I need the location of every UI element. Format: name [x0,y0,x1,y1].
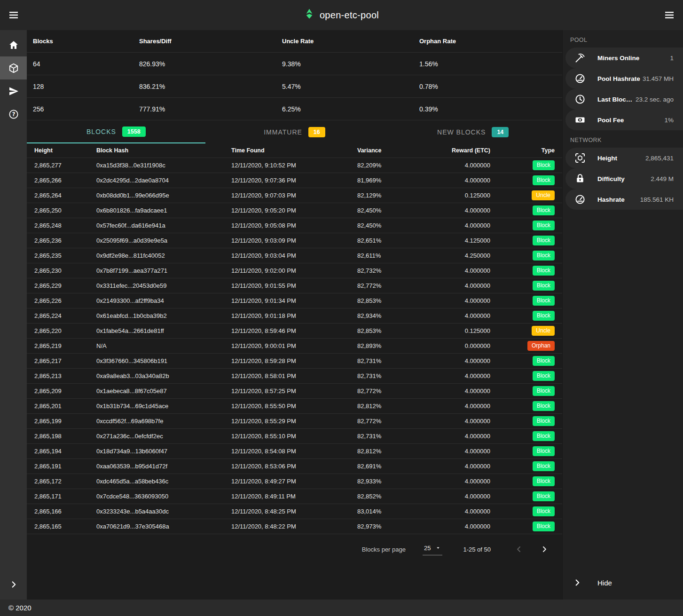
hide-sidebar-button[interactable]: Hide [563,571,683,594]
stats-shares-value: 836.21% [139,83,282,90]
cell-height: 2,865,230 [34,267,96,274]
hide-chevron-icon [572,577,582,588]
cell-variance: 82,934% [357,312,442,319]
menu-hamburger-icon[interactable] [8,9,19,21]
cell-height: 2,865,235 [34,252,96,259]
stats-row: 256 777.91% 6.25% 0.39% [27,98,562,120]
miners-online-label: Miners Online [597,55,668,62]
cell-reward: 4.000000 [442,463,490,470]
cell-block-hash: 0x7b8f7199...aea377a271 [96,267,231,274]
stats-header-uncle-rate: Uncle Rate [282,38,419,45]
table-row: 2,865,198 0x271a236c...0efcfdf2ec 12/11/… [27,429,562,444]
table-row: 2,865,248 0x57fec60f...da616e941a 12/11/… [27,218,562,233]
next-page-chevron-icon[interactable] [538,543,551,556]
cell-block-hash: 0x3233243e...b5a4aa30dc [96,508,231,515]
table-row: 2,865,217 0x3f367660...345806b191 12/11/… [27,354,562,369]
cell-height: 2,865,224 [34,312,96,319]
table-row: 2,865,213 0xa9a8eab3...03a340a82b 12/11/… [27,369,562,384]
sidebar-item-blocks[interactable] [0,56,27,79]
table-row: 2,865,165 0xa70621d9...37e305468a 12/11/… [27,519,562,534]
app-header: open-etc-pool [0,0,683,30]
prev-page-chevron-icon[interactable] [512,543,526,556]
cell-block-hash: N/A [96,342,231,349]
cell-type: Block [490,281,562,291]
table-row: 2,865,191 0xaa063539...b95d41d72f 12/11/… [27,459,562,474]
stats-uncle-value: 6.25% [282,105,419,113]
cell-reward: 4.000000 [442,357,490,364]
cell-type: Block [490,416,562,426]
table-row: 2,865,220 0x1fabe54a...2661de81ff 12/11/… [27,324,562,339]
cell-height: 2,865,172 [34,478,96,485]
cell-time-found: 12/11/2020, 8:59:28 PM [231,357,357,364]
settings-hamburger-icon[interactable] [664,9,675,21]
cell-time-found: 12/11/2020, 9:07:36 PM [231,177,357,184]
cell-reward: 4.000000 [442,222,490,229]
cell-time-found: 12/11/2020, 8:55:50 PM [231,403,357,410]
cell-time-found: 12/11/2020, 9:05:20 PM [231,207,357,214]
cube-icon [8,63,19,74]
sidebar-item-payments[interactable] [0,79,27,103]
cell-variance: 82,933% [357,478,442,485]
cell-reward: 4.000000 [442,493,490,500]
banknote-icon [574,114,586,126]
help-icon: ? [8,109,19,120]
cell-variance: 82,209% [357,162,442,169]
cell-block-hash: 0xa70621d9...37e305468a [96,523,231,530]
cell-height: 2,865,226 [34,297,96,304]
cell-variance: 82,812% [357,448,442,455]
leftbar-expand-chevron-icon[interactable] [8,579,19,590]
cell-reward: 4.250000 [442,252,490,259]
cell-block-hash: 0x9df2e98e...811fc40052 [96,252,231,259]
cell-time-found: 12/11/2020, 9:03:04 PM [231,252,357,259]
stats-blocks-value: 64 [33,60,139,68]
sidebar-item-home[interactable] [0,33,27,56]
col-header-type: Type [490,147,562,154]
sidebar-item-help[interactable]: ? [0,103,27,126]
type-badge: Uncle [532,190,555,200]
col-header-variance: Variance [357,147,442,154]
table-row: 2,865,171 0x7cdce548...3636093050 12/11/… [27,489,562,504]
stats-orphan-value: 0.39% [419,105,562,113]
pool-hashrate-value: 31.457 MH [643,75,674,82]
cell-variance: 82,129% [357,192,442,199]
page-size-select[interactable]: 25 [423,544,442,555]
cell-block-hash: 0x271a236c...0efcfdf2ec [96,433,231,440]
cell-variance: 82,611% [357,252,442,259]
cell-block-hash: 0x25095f69...a0d39e9e5a [96,237,231,244]
gauge-icon [574,194,586,205]
cell-time-found: 12/11/2020, 9:10:52 PM [231,162,357,169]
table-row: 2,865,219 N/A 12/11/2020, 9:00:01 PM 82,… [27,339,562,354]
tab-new-blocks[interactable]: NEW BLOCKS 14 [384,120,562,143]
cell-time-found: 12/11/2020, 8:59:46 PM [231,327,357,334]
cube-scan-icon [574,152,586,164]
stats-uncle-value: 5.47% [282,83,419,90]
tab-immature[interactable]: IMMATURE 16 [205,120,384,143]
type-badge: Block [533,431,555,441]
stats-header-row: Blocks Shares/Diff Uncle Rate Orphan Rat… [27,30,562,53]
cell-reward: 4.000000 [442,403,490,410]
tab-immature-label: IMMATURE [264,128,302,136]
cell-reward: 4.000000 [442,478,490,485]
tab-blocks[interactable]: BLOCKS 1558 [27,120,205,143]
table-row: 2,865,250 0x6b801826...fa9adcaee1 12/11/… [27,203,562,218]
cell-variance: 82,772% [357,387,442,395]
cell-reward: 4.000000 [442,448,490,455]
cell-variance: 82,853% [357,297,442,304]
type-badge: Block [533,266,555,276]
col-header-time: Time Found [231,147,357,154]
cell-height: 2,865,264 [34,192,96,199]
cell-time-found: 12/11/2020, 9:05:08 PM [231,222,357,229]
cell-block-hash: 0xdc465d5a...a58beb436c [96,478,231,485]
last-block-found-value: 23.2 sec. ago [636,96,674,103]
cell-reward: 4.000000 [442,207,490,214]
cell-type: Block [490,296,562,306]
stats-shares-value: 777.91% [139,105,282,113]
cell-time-found: 12/11/2020, 8:58:01 PM [231,372,357,379]
table-row: 2,865,277 0xa15d3f38...0e31f1908c 12/11/… [27,158,562,173]
cell-variance: 82,732% [357,267,442,274]
blocks-table-header: Height Block Hash Time Found Variance Re… [27,143,562,158]
type-badge: Block [533,296,555,306]
cell-time-found: 12/11/2020, 8:54:08 PM [231,448,357,455]
table-row: 2,865,209 0x1aebeca8...8f67c05e87 12/11/… [27,384,562,399]
caret-down-icon [435,545,441,551]
